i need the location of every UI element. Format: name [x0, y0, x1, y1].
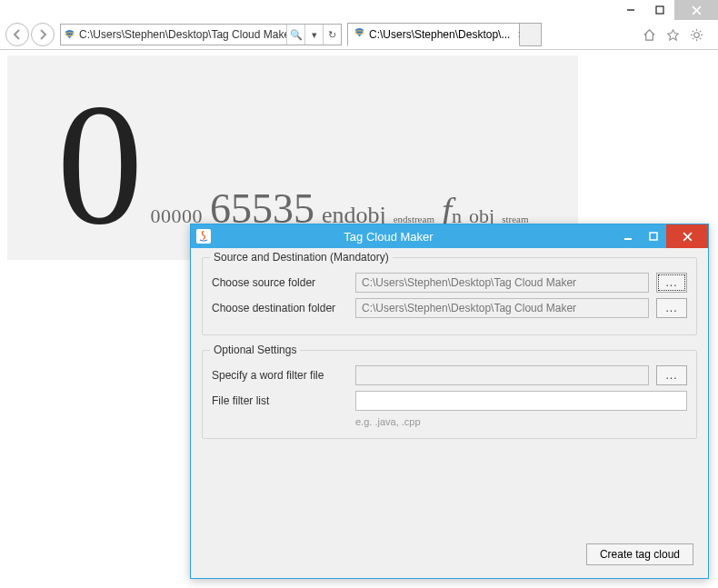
dialog-maximize-button[interactable]	[641, 224, 666, 248]
destination-browse-button[interactable]: ...	[656, 298, 687, 318]
source-browse-button[interactable]: ...	[656, 273, 687, 293]
forward-button[interactable]	[31, 23, 55, 46]
svg-line-12	[699, 37, 700, 38]
create-tag-cloud-button[interactable]: Create tag cloud	[586, 543, 693, 565]
window-maximize-button[interactable]	[645, 0, 674, 20]
new-tab-button[interactable]	[520, 23, 542, 46]
tag-cloud-maker-dialog: Tag Cloud Maker Source and Destination (…	[190, 224, 709, 579]
window-minimize-button[interactable]	[616, 0, 645, 20]
file-filter-list-field[interactable]	[355, 391, 687, 411]
destination-folder-label: Choose destination folder	[212, 302, 348, 314]
window-close-button[interactable]	[674, 0, 718, 20]
source-destination-group: Source and Destination (Mandatory) Choos…	[202, 257, 697, 335]
svg-line-14	[699, 30, 700, 31]
dialog-close-button[interactable]	[666, 224, 708, 248]
tab-active[interactable]: C:\Users\Stephen\Desktop\... ✕	[347, 23, 520, 46]
svg-line-11	[692, 30, 693, 31]
tab-strip: C:\Users\Stephen\Desktop\... ✕	[347, 23, 542, 46]
address-text: C:\Users\Stephen\Desktop\Tag Cloud Make	[77, 28, 286, 41]
svg-rect-1	[656, 6, 663, 14]
svg-line-13	[692, 37, 693, 38]
svg-rect-16	[650, 233, 657, 240]
optional-settings-group: Optional Settings Specify a word filter …	[202, 350, 697, 439]
source-folder-field[interactable]	[355, 273, 649, 293]
dialog-titlebar[interactable]: Tag Cloud Maker	[191, 224, 708, 248]
tools-icon[interactable]	[689, 27, 703, 42]
refresh-button[interactable]: ↻	[323, 25, 341, 45]
svg-point-6	[693, 32, 699, 37]
word-filter-file-field[interactable]	[355, 365, 649, 385]
window-titlebar	[0, 0, 718, 20]
tab-label: C:\Users\Stephen\Desktop\...	[369, 28, 510, 41]
destination-folder-field[interactable]	[355, 298, 649, 318]
source-folder-label: Choose source folder	[212, 276, 348, 289]
favorites-icon[interactable]	[665, 27, 680, 42]
home-icon[interactable]	[642, 27, 656, 42]
address-bar[interactable]: C:\Users\Stephen\Desktop\Tag Cloud Make …	[60, 24, 342, 45]
file-filter-hint: e.g. .java, .cpp	[355, 416, 687, 427]
search-button[interactable]: 🔍	[286, 25, 304, 45]
dialog-minimize-button[interactable]	[615, 224, 641, 248]
group-title: Optional Settings	[210, 344, 300, 356]
cloud-word-0: 0	[56, 92, 143, 239]
back-button[interactable]	[5, 23, 29, 46]
ie-page-icon	[354, 27, 365, 42]
group-title: Source and Destination (Mandatory)	[210, 251, 393, 264]
word-filter-browse-button[interactable]: ...	[656, 365, 687, 385]
address-dropdown[interactable]: ▾	[304, 25, 323, 45]
ie-page-icon	[61, 29, 77, 41]
browser-toolbar: C:\Users\Stephen\Desktop\Tag Cloud Make …	[0, 20, 718, 49]
dialog-title: Tag Cloud Maker	[216, 230, 615, 244]
word-filter-file-label: Specify a word filter file	[212, 369, 348, 382]
file-filter-list-label: File filter list	[212, 394, 348, 407]
java-icon	[196, 229, 211, 244]
